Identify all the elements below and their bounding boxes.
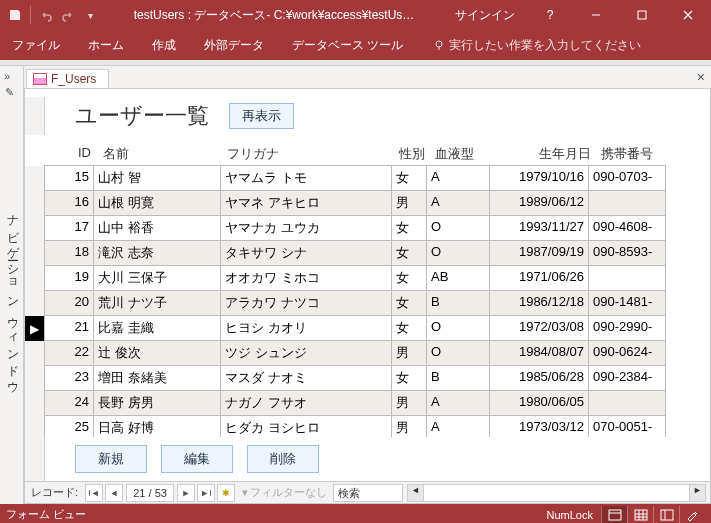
cell-phone[interactable] — [588, 265, 666, 291]
cell-blood[interactable]: B — [426, 365, 490, 391]
cell-name[interactable]: 日高 好博 — [93, 415, 221, 437]
cell-kana[interactable]: ヤマナカ ユウカ — [220, 215, 392, 241]
cell-kana[interactable]: オオカワ ミホコ — [220, 265, 392, 291]
cell-sex[interactable]: 男 — [391, 415, 427, 437]
recnav-prev[interactable]: ◄ — [105, 484, 123, 502]
cell-blood[interactable]: O — [426, 315, 490, 341]
minimize-button[interactable] — [573, 0, 619, 30]
cell-kana[interactable]: ヒダカ ヨシヒロ — [220, 415, 392, 437]
cell-name[interactable]: 増田 奈緒美 — [93, 365, 221, 391]
cell-phone[interactable]: 090-8593- — [588, 240, 666, 266]
cell-sex[interactable]: 男 — [391, 190, 427, 216]
recnav-position[interactable]: 21 / 53 — [126, 484, 174, 502]
cell-name[interactable]: 山根 明寛 — [93, 190, 221, 216]
new-button[interactable]: 新規 — [75, 445, 147, 473]
cell-blood[interactable]: A — [426, 415, 490, 437]
tab-home[interactable]: ホーム — [84, 31, 128, 60]
cell-id[interactable]: 23 — [44, 365, 94, 391]
row-selector[interactable] — [25, 241, 45, 266]
cell-birth[interactable]: 1972/03/08 — [489, 315, 589, 341]
cell-phone[interactable]: 090-0703- — [588, 165, 666, 191]
navigation-pane-collapsed[interactable]: » ✎ ナビゲーション ウィンドウ — [0, 66, 24, 504]
cell-blood[interactable]: A — [426, 165, 490, 191]
cell-kana[interactable]: ナガノ フサオ — [220, 390, 392, 416]
row-selector[interactable] — [25, 266, 45, 291]
cell-sex[interactable]: 男 — [391, 340, 427, 366]
cell-birth[interactable]: 1985/06/28 — [489, 365, 589, 391]
cell-sex[interactable]: 女 — [391, 165, 427, 191]
close-button[interactable] — [665, 0, 711, 30]
cell-phone[interactable]: 090-2384- — [588, 365, 666, 391]
cell-id[interactable]: 22 — [44, 340, 94, 366]
cell-kana[interactable]: ツジ シュンジ — [220, 340, 392, 366]
save-icon[interactable] — [6, 6, 24, 24]
cell-id[interactable]: 24 — [44, 390, 94, 416]
cell-blood[interactable]: B — [426, 290, 490, 316]
cell-sex[interactable]: 男 — [391, 390, 427, 416]
recnav-search[interactable]: 検索 — [333, 484, 403, 502]
cell-phone[interactable]: 090-1481- — [588, 290, 666, 316]
cell-id[interactable]: 15 — [44, 165, 94, 191]
cell-name[interactable]: 山中 裕香 — [93, 215, 221, 241]
cell-birth[interactable]: 1987/09/19 — [489, 240, 589, 266]
cell-name[interactable]: 長野 房男 — [93, 390, 221, 416]
view-form-icon[interactable] — [601, 506, 627, 524]
cell-phone[interactable]: 090-0624- — [588, 340, 666, 366]
row-selector[interactable] — [25, 191, 45, 216]
close-tab-button[interactable]: × — [691, 69, 711, 85]
cell-sex[interactable]: 女 — [391, 315, 427, 341]
help-button[interactable]: ? — [527, 0, 573, 30]
redo-icon[interactable] — [59, 6, 77, 24]
undo-icon[interactable] — [37, 6, 55, 24]
cell-blood[interactable]: AB — [426, 265, 490, 291]
cell-kana[interactable]: ヒヨシ カオリ — [220, 315, 392, 341]
cell-kana[interactable]: アラカワ ナツコ — [220, 290, 392, 316]
cell-blood[interactable]: A — [426, 190, 490, 216]
cell-blood[interactable]: O — [426, 240, 490, 266]
cell-id[interactable]: 17 — [44, 215, 94, 241]
recnav-first[interactable]: I◄ — [85, 484, 103, 502]
cell-name[interactable]: 大川 三保子 — [93, 265, 221, 291]
row-selector[interactable] — [25, 416, 45, 437]
cell-birth[interactable]: 1989/06/12 — [489, 190, 589, 216]
row-selector[interactable] — [25, 166, 45, 191]
table-row[interactable]: 19大川 三保子オオカワ ミホコ女AB1971/06/26 — [25, 266, 710, 291]
qat-customize-icon[interactable]: ▾ — [81, 6, 99, 24]
table-row[interactable]: 25日高 好博ヒダカ ヨシヒロ男A1973/03/12070-0051- — [25, 416, 710, 437]
delete-button[interactable]: 削除 — [247, 445, 319, 473]
cell-id[interactable]: 16 — [44, 190, 94, 216]
cell-sex[interactable]: 女 — [391, 365, 427, 391]
horizontal-scrollbar[interactable]: ◄ ► — [407, 484, 706, 502]
recnav-last[interactable]: ►I — [197, 484, 215, 502]
recnav-filter[interactable]: ▾ フィルターなし — [236, 485, 333, 500]
table-row[interactable]: 18滝沢 志奈タキサワ シナ女O1987/09/19090-8593- — [25, 241, 710, 266]
cell-name[interactable]: 荒川 ナツ子 — [93, 290, 221, 316]
cell-id[interactable]: 21 — [44, 315, 94, 341]
cell-name[interactable]: 辻 俊次 — [93, 340, 221, 366]
row-selector[interactable] — [25, 291, 45, 316]
table-row[interactable]: 23増田 奈緒美マスダ ナオミ女B1985/06/28090-2384- — [25, 366, 710, 391]
tab-database-tools[interactable]: データベース ツール — [288, 31, 407, 60]
cell-kana[interactable]: タキサワ シナ — [220, 240, 392, 266]
cell-birth[interactable]: 1993/11/27 — [489, 215, 589, 241]
cell-birth[interactable]: 1973/03/12 — [489, 415, 589, 437]
cell-id[interactable]: 20 — [44, 290, 94, 316]
view-layout-icon[interactable] — [653, 506, 679, 524]
cell-birth[interactable]: 1971/06/26 — [489, 265, 589, 291]
scroll-left-icon[interactable]: ◄ — [408, 485, 424, 501]
table-row[interactable]: ▶21比嘉 圭織ヒヨシ カオリ女O1972/03/08090-2990- — [25, 316, 710, 341]
recnav-new[interactable]: ✱ — [217, 484, 235, 502]
recnav-next[interactable]: ► — [177, 484, 195, 502]
cell-id[interactable]: 25 — [44, 415, 94, 437]
cell-phone[interactable] — [588, 190, 666, 216]
table-row[interactable]: 16山根 明寛ヤマネ アキヒロ男A1989/06/12 — [25, 191, 710, 216]
cell-kana[interactable]: マスダ ナオミ — [220, 365, 392, 391]
tab-create[interactable]: 作成 — [148, 31, 180, 60]
tab-file[interactable]: ファイル — [8, 31, 64, 60]
maximize-button[interactable] — [619, 0, 665, 30]
cell-sex[interactable]: 女 — [391, 215, 427, 241]
cell-id[interactable]: 19 — [44, 265, 94, 291]
cell-name[interactable]: 滝沢 志奈 — [93, 240, 221, 266]
table-row[interactable]: 22辻 俊次ツジ シュンジ男O1984/08/07090-0624- — [25, 341, 710, 366]
cell-name[interactable]: 比嘉 圭織 — [93, 315, 221, 341]
